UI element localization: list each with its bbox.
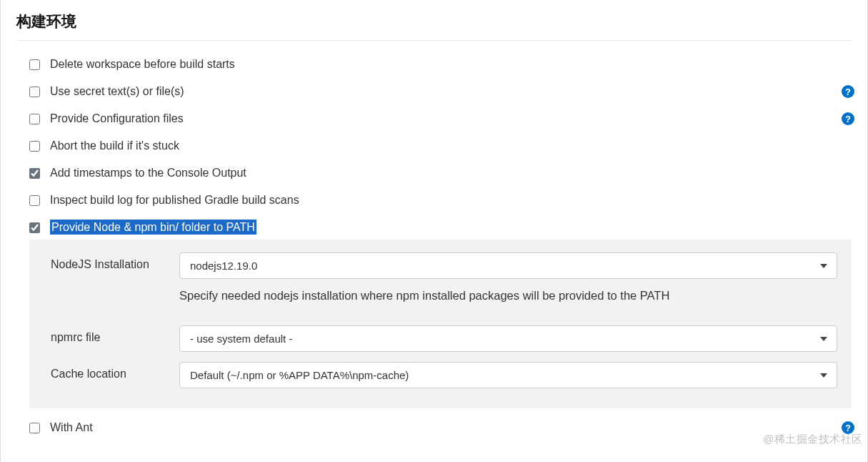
- node-config-panel: NodeJS Installation nodejs12.19.0 Specif…: [29, 240, 852, 408]
- help-icon[interactable]: ?: [842, 112, 854, 125]
- option-delete-workspace: Delete workspace before build starts: [29, 51, 852, 78]
- label-npmrc-file: npmrc file: [51, 325, 179, 344]
- checkbox-inspect-gradle[interactable]: [29, 195, 40, 206]
- label-inspect-gradle[interactable]: Inspect build log for published Gradle b…: [50, 194, 299, 207]
- checkbox-provide-node[interactable]: [29, 222, 40, 233]
- select-wrap-nodejs: nodejs12.19.0: [179, 252, 837, 279]
- section-title: 构建环境: [16, 7, 852, 41]
- label-provide-config[interactable]: Provide Configuration files: [50, 112, 184, 125]
- checkbox-add-timestamps[interactable]: [29, 168, 40, 179]
- help-text-nodejs: Specify needed nodejs installation where…: [179, 279, 837, 315]
- field-cache-location: Cache location Default (~/.npm or %APP D…: [51, 362, 837, 388]
- option-provide-config: Provide Configuration files ?: [29, 105, 852, 132]
- label-abort-stuck[interactable]: Abort the build if it's stuck: [50, 139, 179, 152]
- checkbox-delete-workspace[interactable]: [29, 59, 40, 70]
- option-use-secret: Use secret text(s) or file(s) ?: [29, 78, 852, 105]
- select-wrap-cache: Default (~/.npm or %APP DATA%\npm-cache): [179, 362, 837, 388]
- label-add-timestamps[interactable]: Add timestamps to the Console Output: [50, 167, 246, 180]
- option-inspect-gradle: Inspect build log for published Gradle b…: [29, 187, 852, 214]
- label-use-secret[interactable]: Use secret text(s) or file(s): [50, 85, 184, 98]
- option-add-timestamps: Add timestamps to the Console Output: [29, 159, 852, 187]
- checkbox-use-secret[interactable]: [29, 87, 40, 97]
- field-nodejs-installation: NodeJS Installation nodejs12.19.0 Specif…: [51, 252, 837, 315]
- label-cache-location: Cache location: [51, 362, 179, 380]
- label-nodejs-installation: NodeJS Installation: [51, 252, 179, 271]
- checkbox-abort-stuck[interactable]: [29, 141, 40, 152]
- options-list: Delete workspace before build starts Use…: [16, 51, 852, 441]
- label-provide-node[interactable]: Provide Node & npm bin/ folder to PATH: [50, 221, 256, 234]
- build-environment-page: 构建环境 Delete workspace before build start…: [0, 0, 868, 462]
- help-icon[interactable]: ?: [842, 85, 854, 98]
- checkbox-with-ant[interactable]: [29, 423, 40, 433]
- select-cache-location[interactable]: Default (~/.npm or %APP DATA%\npm-cache): [179, 362, 837, 388]
- option-provide-node: Provide Node & npm bin/ folder to PATH: [29, 214, 852, 238]
- field-npmrc-file: npmrc file - use system default -: [51, 325, 837, 352]
- option-abort-stuck: Abort the build if it's stuck: [29, 132, 852, 159]
- select-npmrc-file[interactable]: - use system default -: [179, 325, 837, 352]
- checkbox-provide-config[interactable]: [29, 114, 40, 124]
- select-wrap-npmrc: - use system default -: [179, 325, 837, 352]
- label-delete-workspace[interactable]: Delete workspace before build starts: [50, 58, 235, 71]
- watermark: @稀土掘金技术社区: [763, 433, 863, 446]
- label-with-ant[interactable]: With Ant: [50, 421, 93, 434]
- option-with-ant: With Ant ?: [29, 408, 852, 441]
- select-nodejs-installation[interactable]: nodejs12.19.0: [179, 252, 837, 279]
